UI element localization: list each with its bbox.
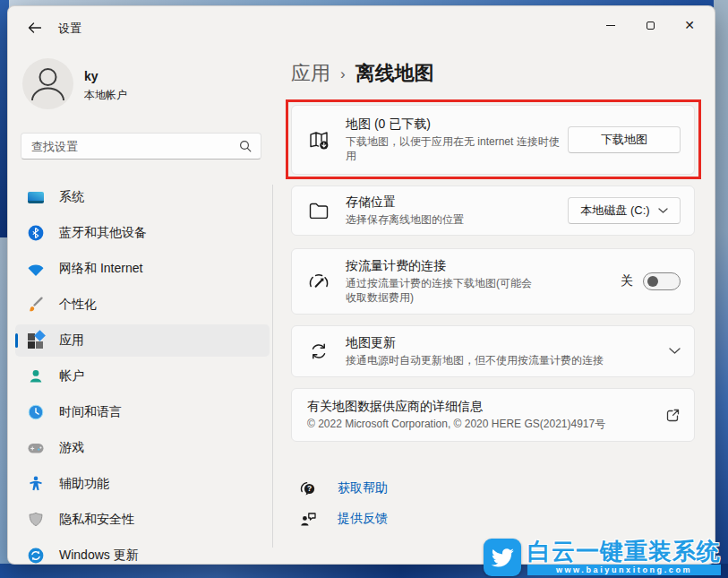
sidebar-item-bluetooth[interactable]: 蓝牙和其他设备 (15, 217, 270, 249)
maps-card-title: 地图 (0 已下载) (346, 116, 566, 133)
back-button[interactable] (22, 17, 46, 39)
toggle-knob (647, 276, 658, 287)
sidebar-item-gaming[interactable]: 游戏 (15, 432, 270, 464)
search-box (21, 133, 261, 160)
get-help-icon: ? (300, 480, 317, 497)
metered-card: 按流量计费的连接 通过按流量计费的连接下载地图(可能会收取数据费用) 关 (291, 248, 695, 315)
breadcrumb-separator-icon: › (340, 65, 346, 83)
privacy-icon (27, 511, 45, 529)
provider-info-card[interactable]: 有关地图数据供应商的详细信息 © 2022 Microsoft Corporat… (291, 388, 695, 442)
sidebar-item-privacy[interactable]: 隐私和安全性 (15, 504, 270, 536)
get-help-link[interactable]: ? 获取帮助 (291, 478, 388, 499)
page-title: 离线地图 (355, 60, 434, 87)
refresh-icon (307, 341, 330, 361)
breadcrumb-parent[interactable]: 应用 (291, 60, 330, 87)
personalization-icon (27, 296, 45, 314)
folder-icon (307, 203, 330, 219)
gaming-icon (27, 439, 45, 457)
map-download-icon (307, 129, 330, 151)
minimize-icon (606, 25, 615, 26)
maximize-button[interactable] (630, 10, 670, 40)
system-icon (27, 188, 45, 206)
windows-update-icon (27, 547, 45, 565)
sidebar-item-windows-update[interactable]: Windows 更新 (15, 539, 270, 572)
sidebar-divider (272, 185, 273, 548)
feedback-link[interactable]: 提供反馈 (291, 508, 388, 530)
chevron-down-icon (658, 208, 668, 214)
sidebar-item-network[interactable]: 网络和 Internet (15, 253, 270, 285)
maps-card: 地图 (0 已下载) 下载地图，以便于应用在无 internet 连接时使用 下… (291, 105, 695, 175)
maps-card-description: 下载地图，以便于应用在无 internet 连接时使用 (346, 134, 566, 165)
metered-toggle[interactable] (643, 272, 681, 290)
sidebar-item-accounts[interactable]: 帐户 (15, 360, 270, 393)
user-name: ky (84, 69, 98, 83)
metered-card-title: 按流量计费的连接 (346, 257, 535, 274)
sidebar-nav: 系统 蓝牙和其他设备 网络和 Internet 个性化 应用 (15, 181, 270, 575)
network-icon (27, 260, 45, 278)
sidebar-item-personalization[interactable]: 个性化 (15, 289, 270, 321)
close-button[interactable]: ✕ (670, 10, 709, 40)
back-arrow-icon (28, 22, 41, 33)
sidebar-item-system[interactable]: 系统 (15, 181, 270, 213)
watermark-url: www.baiyunxitong.com (527, 565, 721, 575)
wallpaper-right (714, 0, 728, 578)
apps-icon (27, 332, 45, 349)
user-icon (22, 58, 73, 109)
external-link-icon (665, 408, 681, 423)
window-title: 设置 (58, 21, 81, 37)
maximize-icon (647, 22, 655, 30)
updates-card-title: 地图更新 (346, 334, 604, 351)
accounts-icon (27, 367, 45, 385)
download-maps-button[interactable]: 下载地图 (568, 126, 681, 153)
window-controls: ✕ (591, 10, 709, 40)
storage-location-value: 本地磁盘 (C:) (580, 203, 649, 219)
updates-card-description: 接通电源时自动更新地图，但不使用按流量计费的连接 (346, 353, 604, 368)
sidebar-item-apps[interactable]: 应用 (15, 324, 270, 357)
meter-icon (307, 272, 330, 290)
user-account-type: 本地帐户 (84, 88, 127, 103)
sidebar-item-time-language[interactable]: 时间和语言 (15, 396, 270, 428)
expand-chevron-icon[interactable] (669, 348, 681, 355)
toggle-state-label: 关 (621, 273, 633, 289)
storage-location-dropdown[interactable]: 本地磁盘 (C:) (568, 197, 681, 224)
storage-card-title: 存储位置 (346, 194, 464, 211)
provider-card-copyright: © 2022 Microsoft Corporation, © 2020 HER… (307, 417, 605, 432)
svg-text:?: ? (307, 484, 312, 493)
feedback-icon (300, 511, 317, 527)
map-updates-card[interactable]: 地图更新 接通电源时自动更新地图，但不使用按流量计费的连接 (291, 325, 695, 377)
bluetooth-icon (27, 224, 45, 242)
time-language-icon (27, 403, 45, 421)
storage-card: 存储位置 选择保存离线地图的位置 本地磁盘 (C:) (291, 185, 695, 236)
metered-card-description: 通过按流量计费的连接下载地图(可能会收取数据费用) (346, 276, 535, 306)
storage-card-description: 选择保存离线地图的位置 (346, 212, 464, 228)
watermark-bird-icon (484, 539, 521, 576)
provider-card-title: 有关地图数据供应商的详细信息 (307, 398, 605, 415)
desktop: { "titlebar": { "title": "设置" }, "user":… (0, 0, 728, 578)
search-icon[interactable] (239, 140, 252, 152)
minimize-button[interactable] (591, 10, 630, 40)
close-icon: ✕ (684, 19, 695, 31)
avatar[interactable] (22, 58, 73, 109)
settings-window: 设置 ✕ ky 本地帐户 系统 蓝牙和其他设备 (7, 5, 715, 565)
watermark-title: 白云一键重装系统 (527, 539, 721, 564)
search-input[interactable] (21, 140, 239, 153)
accessibility-icon (27, 475, 45, 493)
sidebar-item-accessibility[interactable]: 辅助功能 (15, 468, 270, 500)
breadcrumb: 应用 › 离线地图 (291, 60, 434, 87)
watermark: 白云一键重装系统 www.baiyunxitong.com (484, 539, 721, 576)
